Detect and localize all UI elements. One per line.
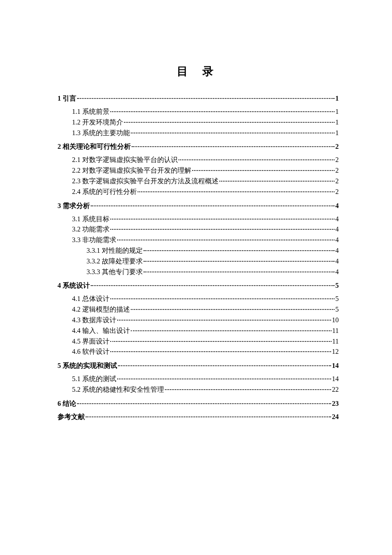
toc-entry: 1.1 系统前景1 <box>72 107 339 117</box>
toc-leader-dots <box>131 330 331 331</box>
toc-leader-dots <box>118 365 331 366</box>
toc-leader-dots <box>110 229 334 230</box>
toc-entry-page: 4 <box>335 235 339 246</box>
toc-entry-label: 3.3 非功能需求 <box>72 235 116 246</box>
toc-entry: 4.6 软件设计12 <box>72 347 339 357</box>
toc-leader-dots <box>91 205 334 206</box>
toc-entry-page: 4 <box>335 214 339 225</box>
toc-entry-page: 2 <box>335 155 339 165</box>
toc-entry: 4.5 界面设计11 <box>72 336 339 347</box>
toc-entry-label: 2.4 系统的可行性分析 <box>72 187 137 197</box>
toc-entry-page: 1 <box>335 117 339 128</box>
toc-entry-label: 3.3.3 其他专门要求 <box>86 267 143 278</box>
toc-entry-page: 2 <box>335 143 339 150</box>
toc-leader-dots <box>117 320 331 321</box>
toc-entry: 1 引言1 <box>58 94 339 103</box>
toc-entry-page: 2 <box>335 187 339 197</box>
toc-leader-dots <box>219 181 334 182</box>
toc-entry: 3.3.3 其他专门要求4 <box>86 267 339 278</box>
toc-leader-dots <box>117 240 334 240</box>
toc-entry: 5.2 系统的稳健性和安全性管理22 <box>72 384 339 395</box>
toc-entry: 3.3 非功能需求4 <box>72 235 339 246</box>
toc-leader-dots <box>165 389 331 390</box>
toc-entry: 4 系统设计5 <box>58 281 339 290</box>
toc-entry-page: 12 <box>332 347 339 357</box>
toc-entry-label: 1.1 系统前景 <box>72 107 110 117</box>
toc-title: 目 录 <box>58 64 339 79</box>
toc-entry-page: 1 <box>335 107 339 117</box>
toc-entry-label: 2 相关理论和可行性分析 <box>58 142 131 151</box>
toc-entry: 4.1 总体设计5 <box>72 294 339 304</box>
toc-entry: 6 结论23 <box>58 399 339 408</box>
toc-entry-page: 2 <box>335 165 339 176</box>
toc-leader-dots <box>179 159 334 160</box>
toc-entry-label: 参考文献 <box>58 413 85 422</box>
toc-entry-label: 1.3 系统的主要功能 <box>72 128 130 139</box>
toc-leader-dots <box>110 351 331 352</box>
toc-leader-dots <box>86 416 331 417</box>
toc-entry-page: 5 <box>335 304 339 315</box>
toc-leader-dots <box>110 341 331 342</box>
toc-leader-dots <box>110 111 334 112</box>
toc-leader-dots <box>110 219 334 220</box>
toc-entry-page: 5 <box>335 282 339 289</box>
toc-entry-label: 2.2 对数字逻辑虚拟实验平台开发的理解 <box>72 165 191 176</box>
toc-entry-label: 3.3.2 故障处理要求 <box>86 256 143 267</box>
toc-entry: 4.4 输入、输出设计11 <box>72 326 339 336</box>
toc-entry: 2.1 对数字逻辑虚拟实验平台的认识2 <box>72 155 339 165</box>
toc-entry-label: 4.4 输入、输出设计 <box>72 326 130 336</box>
toc-entry-page: 24 <box>332 413 339 421</box>
toc-entry-label: 4.6 软件设计 <box>72 347 110 357</box>
toc-entry-page: 11 <box>332 336 339 347</box>
toc-entry: 5 系统的实现和测试14 <box>58 361 339 370</box>
toc-leader-dots <box>91 285 334 286</box>
toc-entry-page: 1 <box>335 128 339 139</box>
toc-entry: 2.4 系统的可行性分析2 <box>72 187 339 197</box>
toc-leader-dots <box>110 298 334 299</box>
toc-entry-label: 3.3.1 对性能的规定 <box>86 246 143 256</box>
toc-entry-page: 23 <box>332 400 339 408</box>
toc-entry-page: 4 <box>335 224 339 235</box>
toc-entry-label: 3.1 系统目标 <box>72 214 110 225</box>
toc-leader-dots <box>117 379 331 379</box>
toc-entry: 3 需求分析4 <box>58 202 339 211</box>
toc-entry: 3.3.2 故障处理要求4 <box>86 256 339 267</box>
toc-entry-label: 1 引言 <box>58 94 76 103</box>
toc-entry-label: 4.2 逻辑模型的描述 <box>72 304 130 315</box>
toc-entry: 3.2 功能需求4 <box>72 224 339 235</box>
toc-entry-label: 6 结论 <box>58 399 76 408</box>
toc-entry-label: 1.2 开发环境简介 <box>72 117 123 128</box>
toc-entry-page: 11 <box>332 326 339 336</box>
toc-entry-label: 3 需求分析 <box>58 202 90 211</box>
toc-leader-dots <box>144 272 334 272</box>
toc-leader-dots <box>144 250 334 251</box>
toc-entry: 2 相关理论和可行性分析2 <box>58 142 339 151</box>
toc-leader-dots <box>144 261 334 262</box>
toc-entry-page: 4 <box>335 256 339 267</box>
toc-leader-dots <box>138 191 334 192</box>
toc-entry-label: 4 系统设计 <box>58 281 90 290</box>
toc-entry-label: 5.2 系统的稳健性和安全性管理 <box>72 384 164 395</box>
toc-leader-dots <box>124 122 334 123</box>
toc-entry: 4.3 数据库设计10 <box>72 315 339 326</box>
toc-entry-page: 22 <box>332 384 339 395</box>
toc-leader-dots <box>192 170 334 171</box>
toc-leader-dots <box>131 133 334 133</box>
toc-entry: 5.1 系统的测试14 <box>72 374 339 384</box>
toc-entry: 2.2 对数字逻辑虚拟实验平台开发的理解2 <box>72 165 339 176</box>
toc-entry-label: 4.5 界面设计 <box>72 336 110 347</box>
toc-leader-dots <box>77 403 331 404</box>
toc-entry-label: 2.1 对数字逻辑虚拟实验平台的认识 <box>72 155 178 165</box>
toc-entry-label: 5 系统的实现和测试 <box>58 361 117 370</box>
toc-leader-dots <box>131 309 334 310</box>
toc-entry-page: 1 <box>335 95 339 102</box>
toc-entry: 4.2 逻辑模型的描述5 <box>72 304 339 315</box>
toc-entry-page: 4 <box>335 246 339 256</box>
toc-entry: 3.3.1 对性能的规定4 <box>86 246 339 256</box>
toc-entry: 3.1 系统目标4 <box>72 214 339 225</box>
toc-entry: 2.3 数字逻辑虚拟实验平台开发的方法及流程概述2 <box>72 176 339 187</box>
toc-entry-label: 3.2 功能需求 <box>72 224 110 235</box>
toc-entry-page: 2 <box>335 176 339 187</box>
toc-entry-label: 4.1 总体设计 <box>72 294 110 304</box>
toc-container: 1 引言11.1 系统前景11.2 开发环境简介11.3 系统的主要功能12 相… <box>58 94 339 422</box>
